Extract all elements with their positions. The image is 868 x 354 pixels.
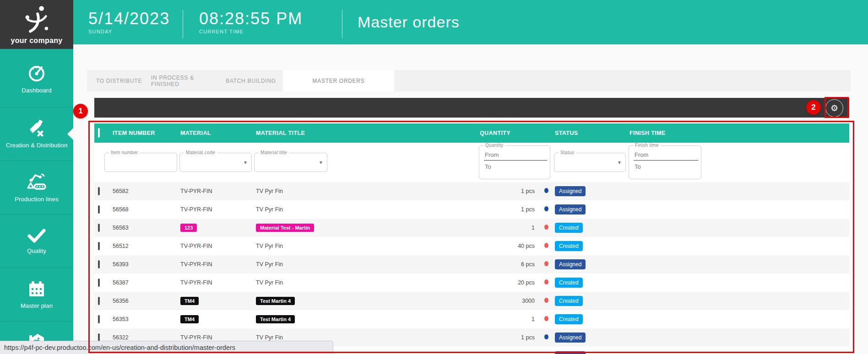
status-badge: Assigned bbox=[555, 333, 586, 343]
material-badge: TM4 bbox=[180, 315, 199, 323]
material-title-cell: TV Pyr Fin bbox=[256, 188, 283, 194]
row-checkbox[interactable] bbox=[98, 224, 100, 232]
chevron-down-icon[interactable]: ▾ bbox=[244, 159, 247, 166]
checkmark-icon bbox=[27, 228, 47, 243]
sidebar-item-label: Master plan bbox=[21, 302, 53, 309]
gear-icon: ⚙ bbox=[830, 104, 838, 113]
status-dot bbox=[544, 279, 548, 284]
tab-to-distribute[interactable]: TO DISTRIBUTE bbox=[87, 70, 151, 91]
filter-label: Status bbox=[559, 150, 576, 155]
item-number-cell: 56568 bbox=[113, 206, 180, 213]
select-all-checkbox[interactable] bbox=[98, 128, 100, 138]
header-divider bbox=[342, 10, 342, 38]
quantity-cell: 40 pcs bbox=[480, 243, 537, 249]
current-time: 08:28:55 PM bbox=[199, 10, 342, 27]
tab-batch-building[interactable]: BATCH BUILDING bbox=[219, 70, 283, 91]
status-dot bbox=[544, 188, 548, 193]
status-badge: Assigned bbox=[555, 259, 586, 269]
current-date: 5/14/2023 bbox=[88, 10, 183, 27]
status-dot bbox=[544, 298, 548, 303]
row-checkbox[interactable] bbox=[98, 297, 100, 305]
status-dot bbox=[544, 316, 548, 321]
sidebar-item-label: Dashboard bbox=[22, 87, 51, 94]
table-row: 56356TM4Test Martin 43000Created bbox=[94, 292, 849, 310]
row-checkbox[interactable] bbox=[98, 315, 100, 323]
column-header-quantity[interactable]: QUANTITY bbox=[480, 130, 537, 136]
material-title-cell: TV Pyr Fin bbox=[256, 279, 283, 286]
chevron-down-icon[interactable]: ▾ bbox=[618, 159, 621, 166]
status-badge: Created bbox=[555, 223, 583, 233]
material-code-filter[interactable]: Material code ▾ bbox=[179, 153, 252, 172]
sidebar-item-master-plan[interactable]: Master plan bbox=[0, 268, 73, 322]
row-checkbox[interactable] bbox=[98, 260, 100, 268]
status-badge: Created bbox=[555, 296, 583, 306]
quantity-cell: 1 pcs bbox=[480, 206, 537, 213]
sidebar-item-quality[interactable]: Quality bbox=[0, 215, 73, 268]
material-title-cell: TV Pyr Fin bbox=[256, 334, 283, 341]
material-badge: TM4 bbox=[180, 297, 199, 305]
material-badge: 123 bbox=[180, 224, 197, 232]
table-row: 56568TV-PYR-FINTV Pyr Fin1 pcsAssigned bbox=[94, 200, 849, 219]
material-title-cell: TV Pyr Fin bbox=[256, 243, 283, 249]
quantity-filter[interactable]: Quantity bbox=[479, 145, 550, 179]
filter-row: Item number Material code ▾ Material tit… bbox=[94, 143, 849, 182]
sidebar-item-label: Production lines bbox=[15, 196, 59, 203]
column-header-material-title[interactable]: MATERIAL TITLE bbox=[256, 130, 480, 136]
sidebar-nav: Dashboard Creation & Distribution bbox=[0, 49, 73, 354]
row-checkbox[interactable] bbox=[98, 187, 100, 195]
settings-button[interactable]: ⚙ bbox=[825, 99, 843, 117]
tab-in-process-finished[interactable]: IN PROCESS & FINISHED bbox=[151, 70, 219, 91]
material-cell: TV-PYR-FIN bbox=[180, 206, 212, 213]
current-time-label: CURRENT TIME bbox=[199, 29, 342, 34]
header-divider bbox=[183, 10, 183, 38]
chevron-down-icon[interactable]: ▾ bbox=[320, 159, 322, 166]
status-dot bbox=[544, 261, 548, 266]
item-number-cell: 56387 bbox=[113, 279, 180, 286]
material-title-filter[interactable]: Material title ▾ bbox=[254, 153, 327, 172]
table-rows: 56582TV-PYR-FINTV Pyr Fin1 pcsAssigned56… bbox=[94, 182, 849, 354]
material-cell: TV-PYR-FIN bbox=[180, 261, 212, 268]
finish-time-to-input[interactable] bbox=[634, 163, 698, 171]
tab-master-orders[interactable]: MASTER ORDERS bbox=[283, 70, 394, 91]
table-row: 56512TV-PYR-FINTV Pyr Fin40 pcsCreated bbox=[94, 237, 849, 255]
top-header: 5/14/2023 SUNDAY 08:28:55 PM CURRENT TIM… bbox=[0, 0, 868, 44]
row-checkbox[interactable] bbox=[98, 242, 100, 250]
sidebar-item-production-lines[interactable]: Production lines bbox=[0, 161, 73, 215]
status-badge: Assigned bbox=[555, 351, 586, 354]
status-badge: Assigned bbox=[555, 204, 586, 215]
item-number-cell: 56563 bbox=[113, 225, 180, 231]
column-header-finish-time[interactable]: FINISH TIME bbox=[629, 130, 849, 136]
quantity-cell: 6 pcs bbox=[480, 261, 537, 268]
column-header-item-number[interactable]: ITEM NUMBER bbox=[113, 130, 180, 136]
quantity-to-input[interactable] bbox=[484, 163, 547, 171]
status-badge: Created bbox=[555, 314, 583, 324]
status-filter[interactable]: Status ▾ bbox=[554, 153, 626, 172]
row-checkbox[interactable] bbox=[98, 205, 100, 214]
sidebar-item-dashboard[interactable]: Dashboard bbox=[0, 49, 73, 107]
material-title-cell: TV Pyr Fin bbox=[256, 206, 283, 213]
table-row: 56563123Material Test - Martin1Created bbox=[94, 219, 849, 237]
company-name: your company bbox=[11, 37, 63, 45]
browser-status-url: https://p4f-pc-dev.productoo.com/en-us/c… bbox=[0, 341, 333, 354]
status-dot bbox=[544, 243, 548, 248]
column-header-status[interactable]: STATUS bbox=[555, 130, 629, 136]
quantity-cell: 1 bbox=[480, 225, 537, 231]
company-logo[interactable]: your company bbox=[0, 0, 73, 49]
quantity-from-input[interactable] bbox=[484, 151, 547, 161]
item-number-cell: 56582 bbox=[113, 188, 180, 194]
item-number-input[interactable] bbox=[105, 153, 186, 169]
finish-time-from-input[interactable] bbox=[634, 151, 698, 161]
item-number-cell: 56512 bbox=[113, 243, 180, 249]
item-number-filter[interactable]: Item number bbox=[104, 153, 177, 172]
table-row: 56582TV-PYR-FINTV Pyr Fin1 pcsAssigned bbox=[94, 182, 849, 200]
column-header-material[interactable]: MATERIAL bbox=[180, 130, 256, 136]
row-checkbox[interactable] bbox=[98, 279, 100, 287]
table-row: 56387TV-PYR-FINTV Pyr Fin20 pcsCreated bbox=[94, 274, 849, 292]
item-number-cell: 56322 bbox=[113, 334, 180, 341]
annotation-circle-1: 1 bbox=[73, 104, 88, 118]
tools-icon bbox=[26, 119, 47, 138]
finish-time-filter[interactable]: Finish time bbox=[629, 145, 701, 179]
current-day: SUNDAY bbox=[88, 29, 183, 34]
sidebar-item-creation-distribution[interactable]: Creation & Distribution bbox=[0, 107, 73, 161]
app-window: 5/14/2023 SUNDAY 08:28:55 PM CURRENT TIM… bbox=[0, 0, 868, 354]
